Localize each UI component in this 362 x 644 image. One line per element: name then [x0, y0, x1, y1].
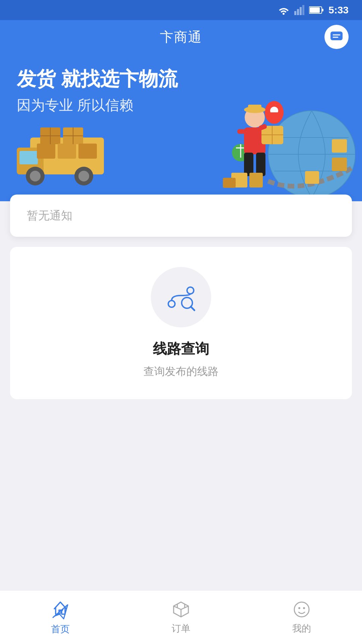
nav-label-orders: 订单: [172, 622, 190, 635]
signal-icon: [294, 5, 304, 15]
svg-point-21: [78, 171, 89, 181]
notice-text: 暂无通知: [27, 209, 72, 222]
feature-icon-container: [151, 267, 211, 327]
svg-rect-0: [294, 11, 296, 15]
delivery-illustration: [188, 87, 355, 201]
svg-point-53: [187, 287, 194, 294]
battery-icon: [309, 6, 324, 14]
banner-section: 发货 就找选卞物流 因为专业 所以信赖: [0, 54, 362, 201]
nav-item-profile[interactable]: 我的: [241, 600, 362, 635]
wifi-icon: [278, 5, 290, 15]
route-query-icon: [164, 282, 198, 312]
profile-nav-icon: [292, 600, 311, 619]
nav-label-home: 首页: [51, 623, 70, 636]
features-section[interactable]: 线路查询 查询发布的线路: [10, 247, 352, 399]
svg-rect-42: [244, 153, 253, 176]
svg-rect-7: [330, 32, 343, 40]
bottom-nav: 首页 订单 我的: [0, 590, 362, 644]
svg-rect-43: [256, 153, 265, 176]
notice-card: 暂无通知: [10, 195, 352, 237]
status-icons: 5:33: [278, 4, 349, 16]
svg-rect-51: [223, 178, 236, 188]
svg-point-62: [294, 602, 309, 617]
message-button[interactable]: [324, 25, 349, 49]
svg-rect-1: [297, 9, 299, 15]
svg-rect-3: [302, 5, 304, 15]
status-time: 5:33: [328, 4, 349, 16]
nav-item-home[interactable]: 首页: [0, 599, 121, 636]
feature-desc: 查询发布的线路: [143, 364, 219, 379]
svg-rect-15: [37, 144, 55, 159]
orders-nav-icon: [172, 600, 190, 619]
status-bar: 5:33: [0, 0, 362, 20]
svg-rect-5: [322, 9, 323, 11]
svg-rect-35: [332, 139, 347, 153]
svg-rect-47: [237, 129, 245, 134]
nav-item-orders[interactable]: 订单: [121, 600, 241, 635]
svg-point-19: [30, 171, 41, 181]
feature-title: 线路查询: [153, 339, 209, 358]
svg-rect-16: [58, 144, 76, 159]
svg-rect-36: [332, 158, 347, 171]
svg-point-63: [298, 607, 300, 609]
app-title: 卞商通: [160, 28, 202, 46]
truck-illustration: [10, 117, 117, 191]
svg-line-55: [191, 307, 194, 310]
message-icon: [330, 31, 343, 43]
svg-rect-37: [305, 171, 319, 184]
svg-rect-12: [19, 151, 38, 164]
svg-point-64: [303, 607, 305, 609]
svg-rect-50: [249, 173, 263, 187]
svg-rect-17: [78, 144, 97, 159]
svg-point-52: [168, 301, 175, 307]
svg-rect-2: [300, 7, 302, 15]
nav-label-profile: 我的: [292, 622, 311, 635]
svg-rect-40: [248, 105, 261, 111]
app-header: 卞商通: [0, 20, 362, 54]
svg-rect-6: [310, 7, 320, 13]
home-nav-icon-plane: [51, 603, 70, 620]
